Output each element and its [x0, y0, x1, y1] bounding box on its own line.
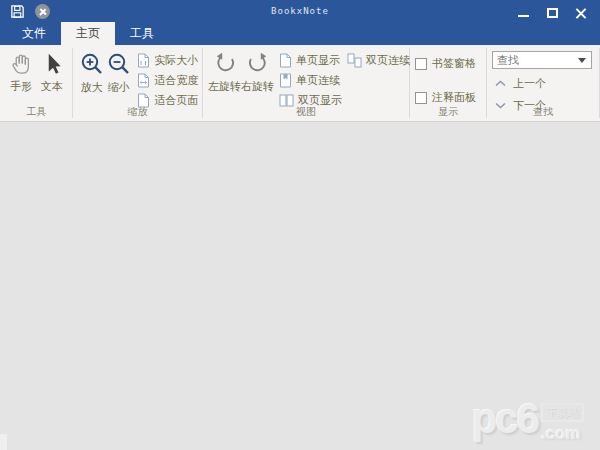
zoom-in-button[interactable]: 放大 — [78, 47, 105, 95]
maximize-icon — [547, 8, 558, 18]
group-find: 上一个 下一个 查找 — [487, 45, 599, 121]
search-input[interactable] — [493, 54, 578, 66]
rotate-right-button[interactable]: 右旋转 — [241, 47, 274, 94]
tab-file[interactable]: 文件 — [7, 22, 61, 45]
annotation-panel-label: 注释面板 — [432, 90, 476, 105]
group-find-label: 查找 — [487, 105, 599, 119]
maximize-button[interactable] — [543, 5, 561, 20]
text-tool-button[interactable]: 文本 — [37, 47, 68, 94]
find-previous-button[interactable]: 上一个 — [492, 76, 592, 91]
minimize-icon — [518, 15, 529, 17]
text-tool-label: 文本 — [41, 79, 63, 94]
group-zoom-label: 缩放 — [73, 105, 202, 119]
rotate-right-label: 右旋转 — [241, 79, 274, 94]
ribbon-tabs: 文件 主页 工具 — [0, 22, 600, 45]
single-page-button[interactable]: 单页显示 — [279, 53, 342, 68]
view-small-buttons-col1: 单页显示 单页连续 双页显示 — [279, 47, 342, 108]
actual-size-button[interactable]: 实际大小 — [137, 53, 198, 68]
bookmark-pane-toggle[interactable]: 书签窗格 — [415, 56, 476, 71]
watermark-badge: 下载站 — [541, 403, 584, 422]
window-title: BookxNote — [0, 6, 600, 16]
rotate-left-icon — [212, 51, 238, 77]
cursor-icon — [39, 51, 65, 77]
find-controls: 上一个 下一个 — [492, 47, 592, 113]
fit-width-icon — [137, 73, 150, 88]
group-display-label: 显示 — [410, 105, 486, 119]
annotation-panel-toggle[interactable]: 注释面板 — [415, 90, 476, 105]
dropdown-arrow-icon[interactable] — [578, 58, 586, 63]
single-continuous-icon — [279, 73, 292, 88]
single-page-icon — [279, 53, 292, 68]
hand-tool-label: 手形 — [10, 79, 32, 94]
zoom-out-icon — [105, 51, 132, 78]
zoom-out-button[interactable]: 缩小 — [105, 47, 132, 95]
group-zoom: 放大 缩小 实际大小 — [73, 45, 202, 121]
app-window: BookxNote 文件 主页 工具 手形 — [0, 0, 600, 450]
zoom-out-label: 缩小 — [108, 80, 130, 95]
watermark-domain: .com — [541, 424, 581, 444]
find-combobox[interactable] — [492, 51, 592, 69]
rotate-left-button[interactable]: 左旋转 — [208, 47, 241, 94]
ribbon: 手形 文本 工具 放大 — [0, 45, 600, 122]
group-tools: 手形 文本 工具 — [1, 45, 72, 121]
single-page-label: 单页显示 — [296, 53, 340, 68]
fit-width-label: 适合宽度 — [154, 73, 198, 88]
group-tools-label: 工具 — [1, 105, 72, 119]
single-continuous-label: 单页连续 — [296, 73, 340, 88]
titlebar: BookxNote 文件 主页 工具 — [0, 0, 600, 45]
scrollbar-corner — [0, 434, 7, 450]
hand-tool-button[interactable]: 手形 — [6, 47, 37, 94]
close-window-button[interactable] — [572, 5, 590, 20]
chevron-up-icon — [495, 80, 506, 87]
tab-home[interactable]: 主页 — [61, 22, 115, 45]
group-view-label: 视图 — [203, 105, 409, 119]
view-small-buttons-col2: 双页连续 — [347, 47, 410, 68]
double-continuous-button[interactable]: 双页连续 — [347, 53, 410, 68]
rotate-left-label: 左旋转 — [208, 79, 241, 94]
watermark-right: 下载站 .com — [541, 403, 584, 444]
actual-size-label: 实际大小 — [154, 53, 198, 68]
double-continuous-label: 双页连续 — [366, 53, 410, 68]
minimize-button[interactable] — [514, 5, 532, 20]
bookmark-pane-label: 书签窗格 — [432, 56, 476, 71]
window-controls — [514, 5, 590, 20]
zoom-in-label: 放大 — [81, 80, 103, 95]
group-view: 左旋转 右旋转 单页显示 — [203, 45, 409, 121]
hand-icon — [8, 51, 34, 77]
find-previous-label: 上一个 — [513, 76, 546, 91]
document-area: pc6 下载站 .com — [0, 122, 600, 450]
zoom-in-icon — [78, 51, 105, 78]
single-continuous-button[interactable]: 单页连续 — [279, 73, 342, 88]
pc6-watermark: pc6 下载站 .com — [472, 399, 584, 444]
fit-width-button[interactable]: 适合宽度 — [137, 73, 198, 88]
rotate-right-icon — [245, 51, 271, 77]
group-display: 书签窗格 注释面板 显示 — [410, 45, 486, 121]
annotation-panel-checkbox[interactable] — [415, 92, 427, 104]
double-continuous-icon — [347, 53, 362, 68]
zoom-small-buttons: 实际大小 适合宽度 适合页面 — [137, 47, 198, 108]
display-checkboxes: 书签窗格 注释面板 — [415, 47, 476, 105]
watermark-brand: pc6 — [472, 399, 538, 439]
bookmark-pane-checkbox[interactable] — [415, 58, 427, 70]
tab-tools[interactable]: 工具 — [115, 22, 169, 45]
actual-size-icon — [137, 53, 150, 68]
close-icon — [575, 7, 587, 19]
